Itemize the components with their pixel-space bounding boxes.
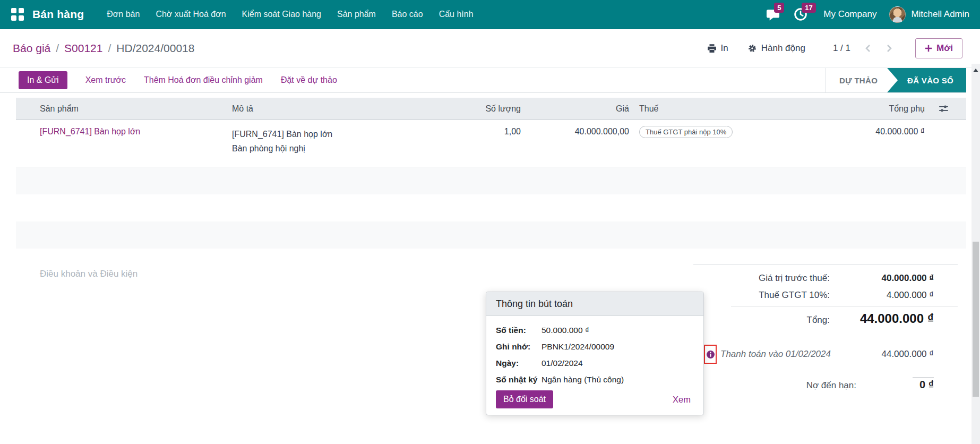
status-widget: DỰ THẢO ĐÃ VÀO SỔ: [826, 68, 966, 92]
status-posted[interactable]: ĐÃ VÀO SỔ: [887, 68, 966, 92]
odoo-sales-app: Bán hàng Đơn bán Chờ xuất Hoá đơn Kiểm s…: [0, 0, 980, 444]
field-date: Ngày: 01/02/2024: [496, 355, 694, 371]
header-tax[interactable]: Thuế: [629, 104, 807, 114]
gear-icon: [747, 44, 757, 53]
totals-divider: [693, 264, 958, 264]
header-subtotal[interactable]: Tổng phụ: [807, 104, 927, 114]
breadcrumb-current: HD/2024/00018: [116, 42, 194, 55]
unreconcile-button[interactable]: Bỏ đối soát: [496, 390, 553, 408]
breadcrumb-separator: /: [56, 42, 59, 55]
plus-icon: [925, 45, 932, 52]
field-date-label: Ngày:: [496, 355, 541, 371]
activities-button[interactable]: 17: [794, 7, 807, 21]
chevron-right-icon: [886, 44, 893, 53]
control-panel: Báo giá / S00121 / HD/2024/00018 In Hành…: [0, 29, 980, 67]
pager-previous-button[interactable]: [864, 44, 872, 53]
messages-button[interactable]: 5: [766, 7, 780, 21]
tax-amount-row: Thuế GTGT 10%: 4.000.000 ₫: [690, 287, 958, 304]
field-amount-value: 50.000.000 ₫: [541, 322, 589, 338]
menu-bao-cao[interactable]: Báo cáo: [384, 0, 431, 29]
payment-value: 44.000.000 ₫: [881, 349, 934, 360]
view-button[interactable]: Xem: [673, 395, 694, 405]
cell-price[interactable]: 40.000.000,00: [521, 120, 629, 136]
new-label: Mới: [936, 43, 953, 54]
scrollbar-thumb[interactable]: [973, 242, 979, 397]
cell-tax: Thuế GTGT phải nộp 10%: [629, 120, 807, 138]
payment-info-icon[interactable]: [706, 350, 715, 359]
activities-badge: 17: [802, 3, 815, 13]
menu-kiem-soat-giao-hang[interactable]: Kiểm soát Giao hàng: [234, 0, 329, 29]
avatar[interactable]: [889, 6, 906, 23]
tax-value: 4.000.000 ₫: [830, 287, 934, 304]
totals-panel: Giá trị trước thuế: 40.000.000 ₫ Thuế GT…: [690, 260, 958, 330]
field-memo: Ghi nhớ: PBNK1/2024/00009: [496, 338, 694, 355]
new-button[interactable]: Mới: [915, 38, 962, 58]
empty-row: [16, 167, 966, 194]
breadcrumb-separator: /: [108, 42, 111, 55]
breadcrumb-sale-order[interactable]: S00121: [64, 42, 102, 55]
credit-note-button[interactable]: Thêm Hoá đơn điều chỉnh giảm: [144, 75, 263, 85]
product-link[interactable]: [FURN_6741] Bàn họp lớn: [40, 127, 140, 136]
header-quantity[interactable]: Số lượng: [386, 104, 521, 114]
send-print-button[interactable]: In & Gửi: [19, 71, 67, 89]
chevron-left-icon: [864, 44, 872, 53]
apps-menu-icon[interactable]: [11, 8, 24, 21]
untaxed-label: Giá trị trước thuế:: [759, 270, 830, 287]
description-line-1: [FURN_6741] Bàn họp lớn: [232, 127, 386, 141]
tax-tag[interactable]: Thuế GTGT phải nộp 10%: [639, 126, 733, 138]
scrollbar-up-arrow[interactable]: [973, 69, 978, 72]
breadcrumb: Báo giá / S00121 / HD/2024/00018: [13, 42, 194, 55]
field-amount-label: Số tiền:: [496, 322, 541, 338]
header-product[interactable]: Sản phẩm: [40, 104, 232, 114]
menu-cau-hinh[interactable]: Cấu hình: [431, 0, 482, 29]
amount-due-label: Nợ đến hạn:: [806, 376, 856, 395]
pager-next-button[interactable]: [886, 44, 893, 53]
app-name[interactable]: Bán hàng: [32, 8, 84, 21]
company-switcher[interactable]: My Company: [823, 9, 876, 20]
menu-don-ban[interactable]: Đơn bán: [99, 0, 148, 29]
menu-san-pham[interactable]: Sản phẩm: [329, 0, 384, 29]
printer-icon: [707, 44, 717, 53]
control-panel-actions: In Hành động 1 / 1: [707, 38, 962, 58]
action-label: Hành động: [761, 43, 805, 54]
print-button[interactable]: In: [707, 43, 728, 54]
amount-due-row: Nợ đến hạn: 0 ₫: [690, 375, 958, 395]
action-button[interactable]: Hành động: [747, 43, 805, 54]
user-menu[interactable]: Mitchell Admin: [911, 9, 969, 20]
empty-row: [16, 194, 966, 221]
field-memo-label: Ghi nhớ:: [496, 338, 541, 355]
status-draft[interactable]: DỰ THẢO: [839, 76, 878, 85]
vertical-scrollbar[interactable]: [972, 64, 980, 444]
cell-trailing: [927, 120, 966, 127]
cell-description[interactable]: [FURN_6741] Bàn họp lớn Bàn phòng hội ng…: [232, 120, 386, 156]
popover-footer: Bỏ đối soát Xem: [486, 388, 703, 408]
field-amount: Số tiền: 50.000.000 ₫: [496, 322, 694, 338]
total-label: Tổng:: [807, 310, 830, 330]
cell-subtotal: 40.000.000 ₫: [807, 120, 927, 136]
table-header-row: Sản phẩm Mô tả Số lượng Giá Thuế Tổng ph…: [16, 98, 966, 120]
amount-due-value: 0 ₫: [856, 375, 934, 394]
field-journal-label: Sổ nhật ký: [496, 371, 541, 388]
menu-cho-xuat-hoa-don[interactable]: Chờ xuất Hoá đơn: [148, 0, 234, 29]
cell-product[interactable]: [FURN_6741] Bàn họp lớn: [40, 120, 232, 136]
row-handle: [16, 120, 40, 127]
field-journal: Sổ nhật ký Ngân hàng (Thủ công): [496, 371, 694, 388]
header-description[interactable]: Mô tả: [232, 104, 386, 114]
header-price[interactable]: Giá: [521, 104, 629, 114]
total-value: 44.000.000 ₫: [830, 309, 934, 329]
cell-quantity[interactable]: 1,00: [386, 120, 521, 136]
table-row: [FURN_6741] Bàn họp lớn [FURN_6741] Bàn …: [16, 120, 966, 167]
terms-placeholder[interactable]: Điều khoản và Điều kiện: [40, 269, 137, 279]
highlight-box: [704, 345, 717, 364]
payment-note: Thanh toán vào 01/02/2024: [720, 349, 831, 360]
preview-button[interactable]: Xem trước: [85, 75, 126, 85]
untaxed-amount-row: Giá trị trước thuế: 40.000.000 ₫: [690, 270, 958, 287]
breadcrumb-quotations[interactable]: Báo giá: [13, 42, 50, 55]
empty-row: [16, 221, 966, 249]
top-navbar: Bán hàng Đơn bán Chờ xuất Hoá đơn Kiểm s…: [0, 0, 980, 29]
tax-label: Thuế GTGT 10%:: [759, 287, 830, 304]
reset-to-draft-button[interactable]: Đặt về dự thảo: [281, 75, 337, 85]
total-row: Tổng: 44.000.000 ₫: [731, 306, 958, 330]
popover-body: Số tiền: 50.000.000 ₫ Ghi nhớ: PBNK1/202…: [486, 316, 703, 388]
optional-columns-button[interactable]: [927, 104, 966, 114]
